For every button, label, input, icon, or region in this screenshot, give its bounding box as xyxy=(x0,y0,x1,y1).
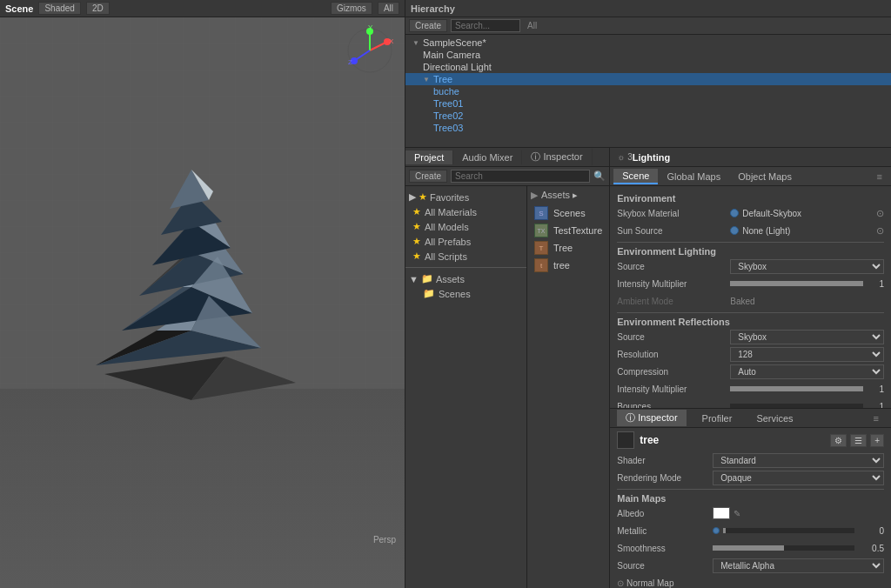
env-source-label: Source xyxy=(617,262,730,271)
asset-tree-lower[interactable]: t tree xyxy=(531,257,606,274)
hier-buche[interactable]: buche xyxy=(405,85,891,97)
sun-source-value: None (Light) ⊙ xyxy=(730,225,884,237)
hier-maincamera[interactable]: Main Camera xyxy=(405,49,891,61)
hierarchy-toolbar: Create All xyxy=(405,17,891,35)
project-assets-list: ▶ Assets ▸ S Scenes TX TestTexture xyxy=(527,186,609,588)
env-intensity-label: Intensity Multiplier xyxy=(617,279,730,289)
refl-intensity-slider[interactable] xyxy=(730,386,863,391)
ls-tab-global-maps[interactable]: Global Maps xyxy=(658,170,729,184)
insp-icon-btn2[interactable]: ☰ xyxy=(850,434,867,447)
environment-section: Environment Skybox Material Default-Skyb… xyxy=(617,193,884,238)
refl-source-dropdown[interactable]: Skybox xyxy=(730,330,884,344)
asset-tree[interactable]: T Tree xyxy=(531,239,606,257)
project-create-btn[interactable]: Create xyxy=(409,170,447,183)
rendering-mode-row: Rendering Mode Opaque xyxy=(617,470,884,485)
tab-profiler[interactable]: Profiler xyxy=(693,411,741,425)
assets-scenes[interactable]: 📁 Scenes xyxy=(405,286,526,301)
metallic-label: Metallic xyxy=(617,526,713,536)
hier-tree02[interactable]: Tree02 xyxy=(405,110,891,122)
hierarchy-content: ▼ SampleScene* Main Camera Directional L… xyxy=(405,35,891,147)
refl-bounces-row: Bounces 1 xyxy=(617,398,884,408)
favorites-folder[interactable]: ▶ ★ Favorites xyxy=(405,190,526,204)
inspector-menu-icon[interactable]: ≡ xyxy=(868,413,884,424)
lighting-settings-header: ☼ 3 Lighting xyxy=(610,148,891,167)
smoothness-num: 0.5 xyxy=(858,544,884,553)
hier-scene[interactable]: ▼ SampleScene* xyxy=(405,37,891,49)
hierarchy-create-btn[interactable]: Create xyxy=(409,19,447,32)
left-middle-panel: Project Audio Mixer ⓘ Inspector Create 🔍… xyxy=(405,148,610,588)
albedo-edit-icon[interactable]: ✎ xyxy=(734,509,740,518)
right-panels: Hierarchy Create All ▼ SampleScene* Main… xyxy=(405,0,891,588)
all-layers-btn[interactable]: All xyxy=(378,2,399,15)
shader-dropdown[interactable]: Standard xyxy=(713,453,884,468)
inspector-panel: ⓘ Inspector Profiler Services ≡ tree ⚙ xyxy=(610,409,891,588)
fav-materials[interactable]: ★ All Materials xyxy=(405,204,526,219)
insp-icon-btn1[interactable]: ⚙ xyxy=(830,434,847,447)
tab-project[interactable]: Project xyxy=(405,150,453,164)
refl-bounces-slider[interactable] xyxy=(730,404,863,408)
tab-inspector[interactable]: ⓘ Inspector xyxy=(617,410,686,426)
fav-prefabs[interactable]: ★ All Prefabs xyxy=(405,234,526,249)
lighting-number-label: ☼ 3 xyxy=(617,152,633,162)
normal-map-row: ⊙ Normal Map xyxy=(617,575,884,588)
insp-color-preview[interactable] xyxy=(617,431,634,449)
env-source-dropdown[interactable]: Skybox xyxy=(730,259,884,274)
refl-res-val: 128 xyxy=(730,347,884,362)
hier-scene-label: SampleScene* xyxy=(423,37,486,48)
project-panel: Project Audio Mixer ⓘ Inspector Create 🔍… xyxy=(405,148,609,588)
insp-icon-btn3[interactable]: + xyxy=(870,434,884,447)
env-reflections-section: Environment Reflections Source Skybox Re… xyxy=(617,317,884,408)
tab-services[interactable]: Services xyxy=(747,411,801,425)
sun-select-icon[interactable]: ⊙ xyxy=(876,225,884,237)
lighting-settings-menu-icon[interactable]: ≡ xyxy=(872,171,888,182)
env-ambient-label: Ambient Mode xyxy=(617,297,730,306)
tab-audio-mixer[interactable]: Audio Mixer xyxy=(453,150,522,164)
hier-dirlight[interactable]: Directional Light xyxy=(405,61,891,73)
metallic-slider[interactable] xyxy=(723,528,854,533)
svg-text:Z: Z xyxy=(348,58,352,66)
dimension-btn[interactable]: 2D xyxy=(86,2,110,15)
rendering-mode-label: Rendering Mode xyxy=(617,473,713,483)
tree-lower-icon: t xyxy=(534,258,548,272)
main-maps-title: Main Maps xyxy=(617,493,884,504)
asset-testtexture[interactable]: TX TestTexture xyxy=(531,222,606,239)
tab-inspector-bottom[interactable]: ⓘ Inspector xyxy=(522,149,592,165)
scene-gizmo: X Y Z xyxy=(344,24,396,77)
shading-mode-btn[interactable]: Shaded xyxy=(38,2,80,15)
hier-tree[interactable]: ▼ Tree xyxy=(405,73,891,85)
fav-models[interactable]: ★ All Models xyxy=(405,219,526,234)
chevron-right-icon: ▶ xyxy=(409,191,416,203)
assets-folder[interactable]: ▼ 📁 Assets xyxy=(405,271,526,286)
fav-prefabs-label: All Prefabs xyxy=(425,237,471,247)
source-dropdown[interactable]: Metallic Alpha xyxy=(713,558,884,573)
scene-view[interactable]: X Y Z Persp xyxy=(0,17,405,588)
asset-scenes-label: Scenes xyxy=(553,208,586,218)
sun-source-text: None (Light) xyxy=(742,226,873,236)
albedo-label: Albedo xyxy=(617,509,713,518)
project-search[interactable] xyxy=(451,170,590,183)
hier-tree01[interactable]: Tree01 xyxy=(405,97,891,110)
refl-intensity-num: 1 xyxy=(867,384,884,394)
rendering-mode-dropdown[interactable]: Opaque xyxy=(713,471,884,485)
refl-res-dropdown[interactable]: 128 xyxy=(730,347,884,362)
rendering-mode-value: Opaque xyxy=(713,471,884,485)
svg-text:Y: Y xyxy=(368,24,373,31)
testtexture-icon: TX xyxy=(534,224,548,237)
project-toolbar: Create 🔍 xyxy=(405,167,609,186)
hierarchy-search[interactable] xyxy=(451,19,520,32)
gizmos-btn[interactable]: Gizmos xyxy=(331,2,372,15)
ls-tab-scene[interactable]: Scene xyxy=(613,169,658,184)
hier-tree03[interactable]: Tree03 xyxy=(405,122,891,134)
env-intensity-slider[interactable] xyxy=(730,281,863,286)
skybox-select-icon[interactable]: ⊙ xyxy=(876,208,884,219)
scenes-icon: S xyxy=(534,206,548,220)
refl-comp-dropdown[interactable]: Auto xyxy=(730,364,884,379)
fav-scripts[interactable]: ★ All Scripts xyxy=(405,249,526,264)
asset-scenes[interactable]: S Scenes xyxy=(531,204,606,222)
metallic-row: Metallic 0 xyxy=(617,523,884,538)
ls-tab-object-maps[interactable]: Object Maps xyxy=(729,170,801,184)
hier-tree-triangle: ▼ xyxy=(423,76,430,84)
skybox-label: Skybox Material xyxy=(617,209,730,218)
smoothness-slider[interactable] xyxy=(713,545,854,551)
albedo-color-swatch[interactable] xyxy=(713,507,730,519)
